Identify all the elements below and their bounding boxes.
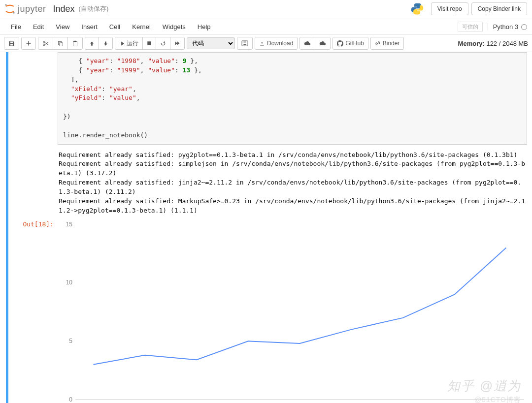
svg-rect-7: [242, 41, 248, 46]
notebook-title[interactable]: Index: [53, 4, 75, 14]
move-down-button[interactable]: [99, 37, 112, 49]
copy-binder-link-button[interactable]: Copy Binder link: [471, 2, 527, 15]
arrow-up-icon: [89, 41, 95, 46]
paste-button[interactable]: [68, 37, 82, 49]
link-icon: [375, 40, 381, 46]
paste-icon: [72, 40, 78, 47]
run-button[interactable]: 运行: [115, 37, 143, 49]
scissors-icon: [42, 40, 49, 47]
jupyter-logo-text: jupyter: [18, 4, 46, 14]
svg-rect-11: [243, 44, 246, 45]
fast-forward-icon: [174, 40, 180, 46]
plus-icon: [26, 40, 32, 46]
cloud-upload-icon: [319, 40, 326, 46]
download-label: Download: [267, 40, 293, 47]
copy-icon: [57, 40, 64, 47]
cloud-download-icon: [304, 40, 311, 46]
visit-repo-button[interactable]: Visit repo: [431, 2, 468, 15]
copy-button[interactable]: [53, 37, 68, 49]
binder-label: Binder: [383, 40, 400, 47]
python-logo-icon: [410, 2, 424, 16]
svg-rect-10: [245, 42, 246, 43]
kernel-status-icon: [521, 24, 527, 30]
svg-rect-4: [73, 41, 77, 46]
svg-rect-8: [243, 42, 244, 43]
line-chart: 知乎 @逍为 @51CTO博客 051015199119921993199419…: [58, 219, 527, 403]
svg-point-1: [13, 12, 14, 13]
menu-view[interactable]: View: [50, 21, 75, 32]
binder-button[interactable]: Binder: [371, 37, 404, 49]
move-up-button[interactable]: [85, 37, 99, 49]
jupyter-logo[interactable]: jupyter: [4, 3, 46, 15]
restart-button[interactable]: [156, 37, 170, 49]
cloud-button-1[interactable]: [300, 37, 315, 49]
download-button[interactable]: Download: [255, 37, 297, 49]
svg-rect-9: [244, 42, 245, 43]
cell-type-select[interactable]: 代码: [187, 37, 235, 49]
github-icon: [337, 40, 343, 47]
svg-rect-6: [147, 41, 151, 45]
output-prompt: Out[18]:: [23, 220, 54, 228]
code-cell-input[interactable]: { "year": "1998", "value": 9 }, { "year"…: [58, 52, 527, 145]
menu-kernel[interactable]: Kernel: [126, 21, 157, 32]
svg-rect-3: [60, 42, 63, 46]
svg-rect-5: [74, 40, 76, 41]
restart-icon: [160, 40, 166, 46]
keyboard-icon: [241, 40, 248, 46]
cloud-button-2[interactable]: [315, 37, 330, 49]
stop-icon: [147, 41, 152, 46]
menu-cell[interactable]: Cell: [103, 21, 126, 32]
stdout-output: Requirement already satisfied: pyg2plot=…: [58, 145, 527, 217]
add-cell-button[interactable]: [22, 37, 35, 49]
menu-insert[interactable]: Insert: [75, 21, 103, 32]
stop-button[interactable]: [143, 37, 156, 49]
kernel-name: Python 3: [493, 23, 518, 31]
arrow-down-icon: [103, 41, 108, 46]
jupyter-logo-icon: [4, 3, 16, 15]
command-palette-button[interactable]: [237, 37, 252, 49]
run-label: 运行: [127, 39, 138, 48]
menu-file[interactable]: File: [5, 21, 27, 32]
trusted-badge[interactable]: 可信的: [458, 22, 483, 32]
github-button[interactable]: GitHub: [333, 37, 367, 49]
svg-point-0: [5, 4, 6, 5]
save-button[interactable]: [4, 37, 19, 49]
cut-button[interactable]: [38, 37, 53, 49]
download-icon: [259, 40, 265, 46]
save-icon: [8, 40, 15, 47]
menu-edit[interactable]: Edit: [27, 21, 50, 32]
autosave-status: (自动保存): [79, 4, 109, 13]
github-label: GitHub: [345, 40, 364, 47]
run-icon: [119, 41, 125, 46]
restart-run-all-button[interactable]: [170, 37, 184, 49]
menu-help[interactable]: Help: [192, 21, 217, 32]
menu-widgets[interactable]: Widgets: [157, 21, 192, 32]
memory-indicator: Memory: 122 / 2048 MB: [458, 40, 528, 47]
